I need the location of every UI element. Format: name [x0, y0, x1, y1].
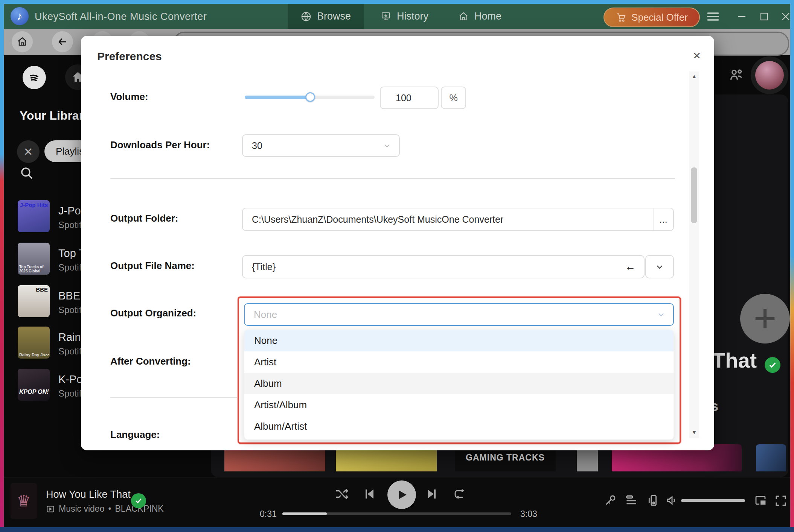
cover-tile[interactable] [756, 444, 786, 471]
next-track-button[interactable] [425, 487, 439, 501]
left-arrow-icon[interactable]: ← [625, 261, 636, 273]
now-playing-title: How You Like That [46, 489, 131, 500]
history-download-icon [380, 11, 392, 22]
dot-separator: • [108, 504, 111, 514]
repeat-button[interactable] [453, 487, 467, 501]
playlist-cover-art: KPOP ON! [18, 369, 50, 401]
volume-icon[interactable] [665, 493, 679, 508]
friends-activity-icon[interactable] [727, 66, 745, 84]
file-name-tags-dropdown-button[interactable] [645, 255, 674, 278]
volume-slider-handle[interactable] [305, 92, 315, 102]
add-to-library-button[interactable] [740, 294, 790, 344]
play-button[interactable] [387, 480, 416, 509]
spotify-logo-icon[interactable] [23, 66, 46, 89]
after-converting-label: After Converting: [110, 356, 191, 367]
dropdown-option-none[interactable]: None [244, 330, 674, 351]
duration-time: 3:03 [520, 509, 537, 519]
dialog-close-button[interactable]: × [689, 47, 705, 64]
menu-hamburger-icon[interactable] [705, 4, 721, 29]
output-organized-placeholder: None [254, 309, 277, 321]
dropdown-option-clipped[interactable]: Album [244, 437, 674, 440]
player-bar: ♛ How You Like That Music video • BLACKP… [4, 477, 790, 527]
output-folder-path: C:\Users\ZhuanZ\Documents\UkeySoft Music… [252, 214, 503, 225]
playlist-cover-art: Top Tracks of 2025 Global [18, 243, 50, 275]
close-window-button[interactable] [777, 4, 794, 29]
scrollbar-thumb[interactable] [691, 167, 697, 223]
fullscreen-icon[interactable] [774, 494, 788, 508]
library-search-icon[interactable] [19, 165, 35, 181]
tab-home[interactable]: Home [445, 4, 514, 29]
app-title: UkeySoft All-in-One Music Converter [35, 11, 207, 23]
tab-history[interactable]: History [367, 4, 441, 29]
volume-slider[interactable] [681, 499, 745, 502]
downloads-per-hour-select[interactable]: 30 [242, 134, 400, 157]
tab-history-label: History [397, 11, 428, 22]
dropdown-option-album[interactable]: Album [244, 373, 674, 394]
downloads-per-hour-label: Downloads Per Hour: [110, 139, 210, 151]
output-file-name-value: {Title} [252, 261, 276, 272]
previous-track-button[interactable] [362, 487, 376, 501]
dropdown-option-artist-album[interactable]: Artist/Album [244, 394, 674, 416]
elapsed-time: 0:31 [260, 509, 277, 519]
tab-browse-label: Browse [317, 11, 351, 22]
section-divider [110, 397, 238, 398]
output-organized-label: Output Organized: [110, 307, 196, 319]
playlist-title: BBE [58, 290, 80, 302]
output-folder-input[interactable]: C:\Users\ZhuanZ\Documents\UkeySoft Music… [242, 208, 674, 231]
special-offer-label: Special Offer [631, 12, 688, 23]
window-border-bottom [0, 527, 794, 532]
nav-back-button[interactable] [52, 31, 73, 52]
playlist-cover-art: Rainy Day Jazz [18, 327, 50, 359]
special-offer-button[interactable]: Special Offer [604, 8, 700, 27]
video-icon [46, 505, 55, 514]
volume-slider-fill [245, 96, 310, 99]
chevron-down-icon [383, 141, 392, 150]
connect-device-icon[interactable] [645, 493, 660, 508]
output-organized-select[interactable]: None [244, 303, 674, 326]
crown-art-icon: ♛ [17, 492, 31, 510]
clear-filter-button[interactable]: ✕ [17, 140, 40, 163]
app-logo-music-note-icon: ♪ [11, 7, 29, 25]
volume-value-input[interactable]: 100 [380, 87, 439, 109]
output-folder-label: Output Folder: [110, 213, 178, 224]
minimize-button[interactable] [733, 4, 750, 29]
playlist-cover-art: J-Pop Hits [18, 200, 50, 232]
media-type-label: Music video [59, 504, 104, 514]
home-icon [458, 11, 469, 22]
volume-unit-box: % [441, 87, 466, 109]
downloads-per-hour-value: 30 [252, 140, 262, 151]
maximize-button[interactable] [756, 4, 773, 29]
lyrics-mic-icon[interactable] [603, 493, 617, 508]
gaming-tile-label: GAMING TRACKS [466, 453, 545, 462]
library-title: Your Library [20, 109, 90, 123]
app-window: ♪ UkeySoft All-in-One Music Converter Br… [0, 0, 794, 532]
queue-icon[interactable] [624, 493, 639, 508]
chevron-down-icon [657, 310, 666, 319]
dropdown-option-album-artist[interactable]: Album/Artist [244, 416, 674, 437]
progress-bar[interactable] [282, 512, 511, 515]
scroll-up-arrow-icon[interactable]: ▲ [689, 73, 699, 79]
nav-home-button[interactable] [12, 31, 33, 52]
shuffle-button[interactable] [334, 486, 349, 502]
scroll-down-arrow-icon[interactable]: ▼ [689, 429, 699, 435]
miniplayer-icon[interactable] [754, 494, 767, 508]
track-heading-partial: That [712, 348, 757, 372]
tab-home-label: Home [474, 11, 501, 22]
preferences-dialog: Preferences × ▲ ▼ Volume: 100 % Download… [81, 36, 714, 450]
output-file-name-input[interactable]: {Title} ← [242, 255, 645, 278]
window-border-left [0, 0, 4, 532]
cart-icon [616, 12, 627, 23]
section-divider [110, 178, 675, 179]
volume-value: 100 [396, 93, 411, 103]
language-label: Language: [110, 429, 160, 441]
tab-browse[interactable]: Browse [288, 4, 364, 29]
browse-folder-button[interactable]: ... [653, 208, 673, 230]
converted-check-icon [131, 493, 146, 508]
now-playing-cover-art[interactable]: ♛ [11, 483, 37, 519]
dialog-scrollbar[interactable]: ▲ ▼ [689, 71, 699, 438]
playlist-cover-art: BBE [18, 285, 50, 317]
output-organized-highlight-region: None None Artist Album Artist/Album Albu… [238, 296, 681, 444]
dropdown-option-artist[interactable]: Artist [244, 351, 674, 373]
progress-fill [282, 512, 327, 515]
user-avatar[interactable] [751, 56, 788, 94]
